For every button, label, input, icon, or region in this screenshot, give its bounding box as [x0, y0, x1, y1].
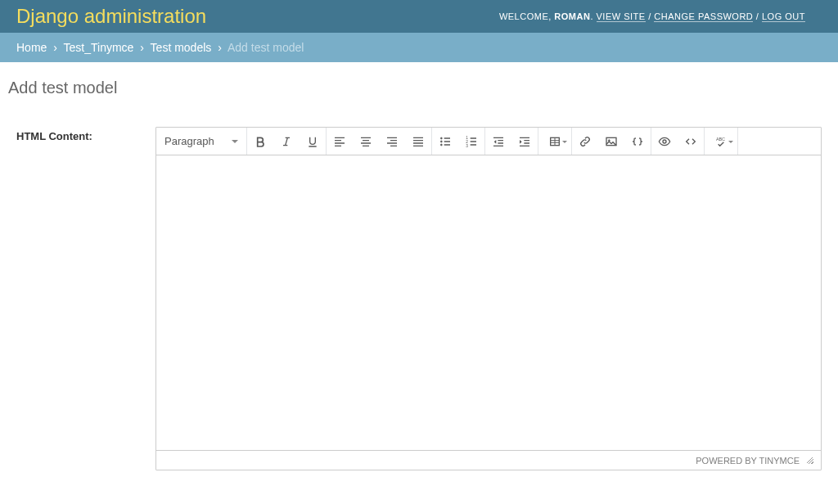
- align-left-icon: [333, 135, 346, 148]
- align-center-icon: [359, 135, 372, 148]
- underline-icon: [306, 135, 319, 148]
- username: ROMAN: [554, 11, 590, 21]
- content: Add test model HTML Content: Paragraph: [0, 62, 838, 477]
- svg-point-2: [440, 144, 442, 146]
- dot: .: [590, 11, 596, 21]
- toolbar-group-format: Paragraph: [156, 128, 247, 155]
- code-icon: [684, 135, 697, 148]
- code-button[interactable]: [678, 128, 704, 155]
- italic-icon: [280, 135, 293, 148]
- table-button[interactable]: [538, 128, 571, 155]
- svg-text:3: 3: [466, 143, 468, 147]
- breadcrumb-current: Add test model: [228, 41, 304, 54]
- bold-icon: [254, 135, 267, 148]
- image-button[interactable]: [598, 128, 624, 155]
- table-icon: [548, 135, 561, 148]
- indent-icon: [518, 135, 531, 148]
- breadcrumb-app[interactable]: Test_Tinymce: [64, 41, 134, 54]
- spellcheck-button[interactable]: ABC: [705, 128, 737, 155]
- italic-button[interactable]: [273, 128, 300, 155]
- branding-title: Django administration: [16, 5, 206, 28]
- svg-point-0: [440, 137, 442, 139]
- editor-toolbar: Paragraph: [156, 128, 821, 155]
- number-list-icon: 123: [465, 135, 478, 148]
- view-site-link[interactable]: VIEW SITE: [597, 11, 646, 22]
- preview-button[interactable]: [651, 128, 678, 155]
- align-justify-button[interactable]: [405, 128, 431, 155]
- underline-button[interactable]: [300, 128, 326, 155]
- bullet-list-icon: [439, 135, 452, 148]
- outdent-icon: [492, 135, 505, 148]
- outdent-button[interactable]: [485, 128, 511, 155]
- format-select[interactable]: Paragraph: [156, 128, 246, 155]
- toolbar-group-insert: [572, 128, 651, 155]
- page-title: Add test model: [8, 79, 822, 97]
- tinymce-editor: Paragraph: [155, 127, 822, 470]
- slash2: /: [753, 11, 762, 21]
- spellcheck-icon: ABC: [714, 135, 728, 148]
- breadcrumb-model[interactable]: Test models: [151, 41, 212, 54]
- powered-by-label: POWERED BY TINYMCE: [696, 456, 800, 466]
- html-content-label: HTML Content:: [16, 127, 155, 142]
- align-right-icon: [385, 135, 399, 148]
- welcome-prefix: WELCOME,: [499, 11, 554, 21]
- toolbar-group-text: [247, 128, 327, 155]
- toolbar-group-table: [538, 128, 572, 155]
- bold-button[interactable]: [247, 128, 273, 155]
- toolbar-group-indent: [485, 128, 538, 155]
- codesample-icon: [631, 135, 644, 148]
- breadcrumb-sep: ›: [137, 41, 147, 54]
- svg-text:ABC: ABC: [716, 137, 725, 142]
- log-out-link[interactable]: LOG OUT: [762, 11, 805, 22]
- editor-textarea[interactable]: [156, 155, 821, 450]
- eye-icon: [658, 135, 671, 148]
- slash1: /: [646, 11, 655, 21]
- bullet-list-button[interactable]: [432, 128, 458, 155]
- editor-statusbar: POWERED BY TINYMCE: [156, 450, 821, 470]
- toolbar-group-lists: 123: [432, 128, 485, 155]
- svg-point-9: [663, 140, 666, 143]
- breadcrumb-sep: ›: [214, 41, 225, 54]
- link-icon: [579, 135, 592, 148]
- number-list-button[interactable]: 123: [458, 128, 484, 155]
- align-justify-icon: [412, 135, 425, 148]
- user-tools: WELCOME, ROMAN. VIEW SITE / CHANGE PASSW…: [499, 11, 805, 21]
- image-icon: [605, 135, 618, 148]
- format-select-label: Paragraph: [164, 135, 214, 147]
- codesample-button[interactable]: [624, 128, 651, 155]
- align-center-button[interactable]: [353, 128, 379, 155]
- svg-point-1: [440, 141, 442, 142]
- indent-button[interactable]: [511, 128, 538, 155]
- change-password-link[interactable]: CHANGE PASSWORD: [654, 11, 753, 22]
- align-right-button[interactable]: [379, 128, 405, 155]
- breadcrumb-home[interactable]: Home: [16, 41, 47, 54]
- link-button[interactable]: [572, 128, 598, 155]
- form-row-html-content: HTML Content: Paragraph: [16, 120, 822, 477]
- breadcrumbs: Home › Test_Tinymce › Test models › Add …: [0, 33, 838, 62]
- admin-header: Django administration WELCOME, ROMAN. VI…: [0, 0, 838, 33]
- align-left-button[interactable]: [327, 128, 353, 155]
- toolbar-group-spellcheck: ABC: [705, 128, 738, 155]
- toolbar-group-view: [651, 128, 705, 155]
- toolbar-group-align: [327, 128, 432, 155]
- breadcrumb-sep: ›: [50, 41, 61, 54]
- resize-handle[interactable]: [806, 457, 814, 465]
